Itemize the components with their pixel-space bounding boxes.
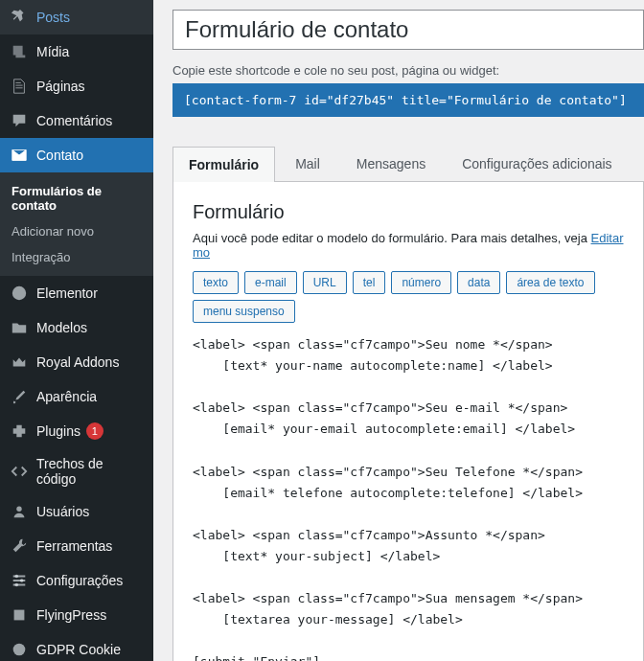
panel-heading: Formulário	[193, 201, 624, 223]
tag-btn-textarea[interactable]: área de texto	[506, 271, 594, 294]
form-panel: Formulário Aqui você pode editar o model…	[172, 182, 644, 661]
cookie-icon	[10, 640, 29, 659]
sidebar-item-contact[interactable]: Contato	[0, 138, 153, 172]
sidebar-item-label: Páginas	[36, 79, 85, 94]
sidebar-item-label: Mídia	[36, 44, 69, 59]
brush-icon	[10, 387, 29, 406]
svg-point-2	[15, 575, 19, 579]
sidebar-item-label: Trechos de código	[36, 456, 144, 487]
sidebar-item-royal[interactable]: Royal Addons	[0, 345, 153, 379]
sidebar-submenu: Formulários de contato Adicionar novo In…	[0, 172, 153, 276]
sidebar-item-label: Posts	[36, 10, 70, 25]
sidebar-item-posts[interactable]: Posts	[0, 0, 153, 34]
code-icon	[10, 462, 29, 481]
shortcode-box[interactable]: [contact-form-7 id="df27b45" title="Form…	[172, 83, 644, 117]
svg-point-0	[12, 286, 26, 300]
svg-point-1	[16, 507, 21, 512]
submenu-item-integration[interactable]: Integração	[0, 244, 153, 270]
sidebar-item-tools[interactable]: Ferramentas	[0, 529, 153, 563]
tab-messages[interactable]: Mensagens	[340, 146, 442, 181]
sidebar-item-pages[interactable]: Páginas	[0, 69, 153, 103]
sidebar-item-label: Plugins	[36, 423, 80, 439]
tag-btn-dropdown[interactable]: menu suspenso	[193, 300, 295, 323]
sidebar-item-label: Aparência	[36, 389, 97, 404]
shortcode-description: Copie este shortcode e cole no seu post,…	[172, 63, 644, 78]
sidebar-item-label: Modelos	[36, 320, 87, 335]
panel-description: Aqui você pode editar o modelo do formul…	[193, 231, 624, 260]
sidebar-item-elementor[interactable]: Elementor	[0, 276, 153, 310]
tab-mail[interactable]: Mail	[279, 146, 336, 181]
user-icon	[10, 502, 29, 521]
sidebar-item-snippets[interactable]: Trechos de código	[0, 448, 153, 494]
form-title-input[interactable]	[172, 10, 644, 50]
mail-icon	[10, 146, 29, 165]
tag-btn-number[interactable]: número	[391, 271, 451, 294]
sidebar-item-plugins[interactable]: Plugins 1	[0, 414, 153, 448]
svg-point-6	[13, 644, 26, 656]
crown-icon	[10, 353, 29, 372]
sidebar-item-label: Contato	[36, 148, 83, 163]
tag-generator-buttons: texto e-mail URL tel número data área de…	[193, 271, 624, 323]
tab-additional[interactable]: Configurações adicionais	[446, 146, 628, 181]
elementor-icon	[10, 284, 29, 303]
sidebar-item-label: Configurações	[36, 573, 123, 588]
folder-icon	[10, 318, 29, 337]
page-icon	[10, 77, 29, 96]
main-content: Copie este shortcode e cole no seu post,…	[153, 0, 644, 661]
sidebar-item-flyingpress[interactable]: FlyingPress	[0, 598, 153, 632]
sidebar-item-media[interactable]: Mídia	[0, 34, 153, 69]
plugin-icon	[10, 422, 29, 441]
sidebar-item-label: Royal Addons	[36, 354, 119, 370]
tag-btn-text[interactable]: texto	[193, 271, 239, 294]
sidebar-item-label: Comentários	[36, 113, 112, 128]
sidebar-item-label: FlyingPress	[36, 607, 106, 623]
tab-form[interactable]: Formulário	[172, 147, 275, 182]
sidebar-item-label: Usuários	[36, 504, 89, 519]
media-icon	[10, 42, 29, 61]
sidebar-item-users[interactable]: Usuários	[0, 494, 153, 529]
tag-btn-date[interactable]: data	[457, 271, 500, 294]
comment-icon	[10, 111, 29, 130]
svg-point-4	[15, 583, 19, 587]
submenu-item-forms[interactable]: Formulários de contato	[0, 178, 153, 218]
admin-sidebar: Posts Mídia Páginas Comentários Contato …	[0, 0, 153, 661]
pin-icon	[10, 8, 29, 27]
sidebar-item-gdpr[interactable]: GDPR Cookie	[0, 632, 153, 661]
svg-rect-5	[14, 610, 25, 621]
sidebar-item-comments[interactable]: Comentários	[0, 103, 153, 138]
submenu-item-add[interactable]: Adicionar novo	[0, 218, 153, 244]
form-code-editor[interactable]: <label> <span class="cf7campo">Seu nome …	[193, 334, 624, 661]
wrench-icon	[10, 536, 29, 556]
editor-tabs: Formulário Mail Mensagens Configurações …	[172, 146, 644, 182]
tag-btn-url[interactable]: URL	[303, 271, 347, 294]
sidebar-item-templates[interactable]: Modelos	[0, 310, 153, 345]
sidebar-item-label: GDPR Cookie	[36, 642, 121, 657]
sliders-icon	[10, 571, 29, 590]
tag-btn-tel[interactable]: tel	[353, 271, 386, 294]
tag-btn-email[interactable]: e-mail	[244, 271, 297, 294]
svg-point-3	[20, 579, 24, 582]
sidebar-item-appearance[interactable]: Aparência	[0, 379, 153, 414]
sidebar-item-settings[interactable]: Configurações	[0, 563, 153, 598]
sidebar-item-label: Ferramentas	[36, 538, 112, 554]
sidebar-item-label: Elementor	[36, 285, 98, 301]
update-badge: 1	[86, 422, 104, 440]
rocket-icon	[10, 605, 29, 625]
